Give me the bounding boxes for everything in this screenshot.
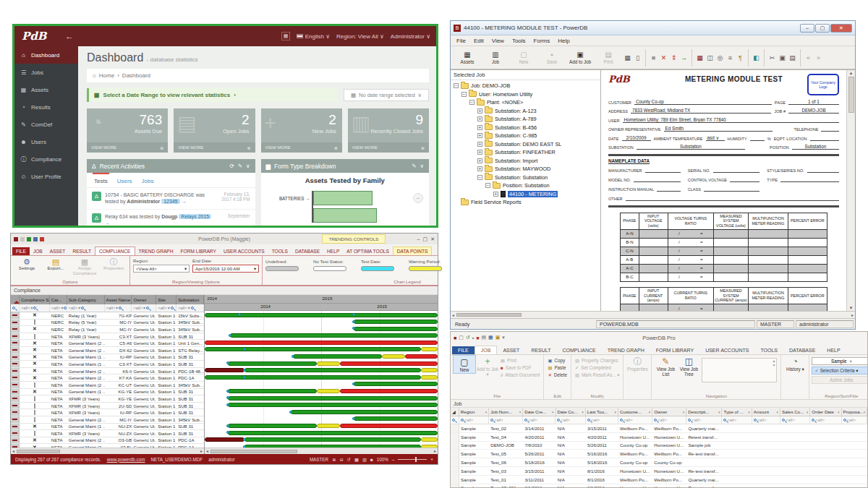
tab-help[interactable]: HELP xyxy=(323,247,343,255)
ambient-field[interactable]: asd ∨ xyxy=(706,135,725,141)
tab-form-library[interactable]: FORM LIBRARY xyxy=(650,346,699,354)
selection-criteria-button[interactable]: ✓Selection Criteria ▾ xyxy=(812,367,868,374)
cell[interactable]: /= xyxy=(668,304,713,312)
cell[interactable] xyxy=(749,229,788,238)
filter-cell[interactable]: <all> xyxy=(618,416,652,424)
cell[interactable] xyxy=(788,255,827,264)
tab-at-optima-tools[interactable]: AT OPTIMA TOOLS xyxy=(343,247,393,255)
row-selector[interactable] xyxy=(451,450,459,458)
view-grid-icon[interactable]: ▦ xyxy=(354,457,359,462)
cell[interactable] xyxy=(749,247,788,255)
table-row[interactable]: ✕NETAGeneral Maint (2 ...K6-IIGeneric Ut… xyxy=(11,368,204,375)
cell[interactable] xyxy=(788,264,827,273)
activity-chip[interactable]: 12345 xyxy=(161,199,179,204)
menu-file[interactable]: File xyxy=(456,38,466,44)
expander-icon[interactable]: + xyxy=(477,133,482,138)
vertical-scrollbar[interactable]: ▲▼ xyxy=(846,70,855,311)
sidebar-item-jobs[interactable]: ☰Jobs xyxy=(14,64,78,81)
cell[interactable] xyxy=(788,304,827,312)
column-header-custome[interactable]: Custome...▾ xyxy=(618,408,652,416)
sidebar-item-results[interactable]: ◔Results xyxy=(14,98,78,116)
delete-button[interactable]: ✕Delete xyxy=(548,372,566,377)
forward-icon[interactable]: » xyxy=(814,54,823,61)
expander-icon[interactable]: + xyxy=(477,125,482,130)
filter-cell[interactable]: <all> xyxy=(652,416,686,424)
tab-result[interactable]: RESULT xyxy=(525,346,556,354)
copy-icon[interactable]: ▣ xyxy=(778,54,787,61)
edit-icon[interactable]: ✎ xyxy=(412,163,416,169)
add-to-job-button[interactable]: ▣Add to Job xyxy=(566,51,594,64)
table-row[interactable]: ✕NETAGeneral Maint (2 ...O3-GBGeneric Ut… xyxy=(11,437,204,445)
filter-cell[interactable]: <all> xyxy=(489,416,523,424)
table-row[interactable]: SampleDEMO-JOB7/8/2010N/A5/26/2011County… xyxy=(451,442,867,450)
table-row[interactable]: ✕NETAGeneral Maint (2 ...K7-KAGeneric Ut… xyxy=(11,374,204,382)
gantt-row[interactable] xyxy=(205,325,438,333)
telephone-field[interactable] xyxy=(821,126,839,132)
properties-button[interactable]: ⓘProperties xyxy=(101,257,127,271)
table-row[interactable]: ✕NETAGeneral Maint (2 ...DX-62Generic Ut… xyxy=(11,347,204,354)
datapoints-icon[interactable]: ◧ xyxy=(752,54,761,61)
expander-icon[interactable]: − xyxy=(469,100,475,105)
substation-field[interactable]: Substation xyxy=(637,144,745,150)
expander-icon[interactable]: + xyxy=(477,166,482,171)
filter-cell[interactable]: <all>▾ xyxy=(20,304,50,312)
table-row[interactable]: SampleTest_07_2018/1/2016N/A8/1/2016Home… xyxy=(451,484,867,487)
print-button[interactable]: ▤Print xyxy=(501,358,540,363)
export-button[interactable]: ▤Export... xyxy=(43,257,69,271)
gantt-row[interactable] xyxy=(205,429,438,437)
filter-cell[interactable]: <all> xyxy=(752,416,780,424)
view-more-button[interactable]: VIEW MORE⊕ xyxy=(87,142,168,153)
filter-cell[interactable]: <all> xyxy=(810,416,841,424)
tree-node[interactable]: +Substation: B-456 xyxy=(451,124,600,132)
cell[interactable] xyxy=(639,304,668,312)
zoom-plus[interactable]: + xyxy=(430,457,433,462)
cell[interactable] xyxy=(749,304,788,312)
row-selector[interactable] xyxy=(451,484,459,487)
cell[interactable]: /= xyxy=(668,264,713,273)
row-selector[interactable] xyxy=(451,442,459,450)
expander-icon[interactable]: + xyxy=(477,116,482,121)
copy-button[interactable]: ▣Copy xyxy=(548,358,566,363)
gantt-row[interactable] xyxy=(205,333,438,340)
row-selector[interactable] xyxy=(451,424,459,432)
cut-icon[interactable]: ✂ xyxy=(767,54,777,61)
tree-node[interactable]: −Position: Substation xyxy=(451,181,600,190)
tab-users[interactable]: Users xyxy=(117,178,132,184)
cell[interactable] xyxy=(713,264,749,273)
table-row[interactable]: ✕NETAGeneral Maint (1 ...NU-ZXGeneric Ut… xyxy=(11,424,204,431)
end-date-picker[interactable]: Apr/15/2016 12:00 AM▾ xyxy=(192,265,259,273)
save-button[interactable]: ▪Save xyxy=(538,51,566,64)
table-row[interactable]: NETAXFMR (3 Years)C3-XTGeneric Ut...Stat… xyxy=(11,333,204,341)
filter-cell[interactable]: <all>▾ xyxy=(132,304,156,312)
tab-tools[interactable]: TOOLS xyxy=(268,247,292,255)
table-row[interactable]: ✕NETAGeneral Maint (1 ...IU-RPGeneric Ut… xyxy=(11,354,204,361)
cell[interactable] xyxy=(639,255,668,264)
cell[interactable]: /= xyxy=(668,255,713,264)
key-icon[interactable]: ¶ xyxy=(736,54,745,61)
tab-jobs[interactable]: Jobs xyxy=(142,178,154,184)
tab-job[interactable]: JOB xyxy=(475,346,498,354)
column-header-last-tou[interactable]: Last Tou...▾ xyxy=(586,408,618,416)
assets-button[interactable]: ▦Assets xyxy=(454,51,481,64)
tab-compliance[interactable]: COMPLIANCE xyxy=(95,247,135,255)
gantt-row[interactable] xyxy=(205,443,438,448)
calendar-icon[interactable]: ▦ xyxy=(281,32,291,40)
gantt-row[interactable] xyxy=(205,423,438,430)
region-dropdown[interactable]: Sample▾ xyxy=(812,357,868,365)
column-header-date-cre[interactable]: Date Cre...▾ xyxy=(523,408,556,416)
menu-forms[interactable]: Forms xyxy=(534,38,550,44)
tab-trend-graph[interactable]: TREND GRAPH xyxy=(602,346,650,354)
tab-compliance[interactable]: COMPLIANCE xyxy=(556,346,601,354)
tree-node[interactable]: Field Service Reports xyxy=(451,198,600,207)
edit-icon[interactable]: ✎ xyxy=(238,163,242,169)
table-row[interactable]: SampleTest_033/15/2011N/A8/1/2016Hometow… xyxy=(451,467,867,476)
tree-node[interactable]: −Plant: <NONE> xyxy=(451,98,600,107)
tree-node[interactable]: −User: Hometown Utility xyxy=(451,90,600,99)
region-dropdown[interactable]: <View All>▾ xyxy=(133,265,190,273)
back-icon[interactable]: « xyxy=(804,54,813,61)
owner-rep-field[interactable]: Ed Smith xyxy=(664,126,773,132)
activity-chip[interactable]: Relays 2015 xyxy=(179,214,211,219)
breadcrumb-home[interactable]: Home xyxy=(99,72,114,79)
tab-form-library[interactable]: FORM LIBRARY xyxy=(177,247,220,255)
cell[interactable]: /= xyxy=(668,229,713,238)
